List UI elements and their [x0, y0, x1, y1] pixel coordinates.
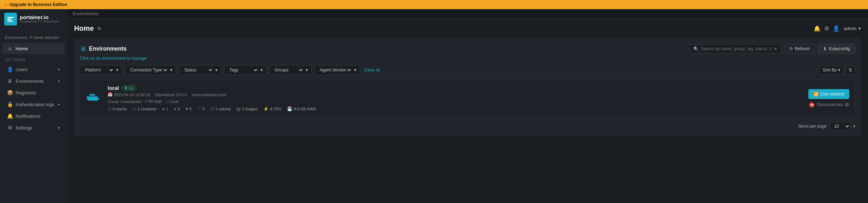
- volumes-stat: ⬡ 1 volume: [210, 106, 231, 111]
- env-settings-icon[interactable]: ⚙: [845, 102, 849, 108]
- volume-icon: ⬡: [210, 106, 214, 111]
- username: admin: [844, 26, 856, 31]
- svg-rect-8: [90, 94, 92, 96]
- refresh-icon: ↻: [789, 46, 793, 51]
- sidebar-nav: Environment: ⊙ None selected ⌂ Home Sett…: [0, 29, 67, 203]
- user-circle-icon[interactable]: 👤: [833, 25, 840, 32]
- pagination-row: Items per page 10 25 50 100 ▾: [80, 122, 855, 131]
- sidebar-item-label: Registries: [16, 90, 36, 95]
- platform-select[interactable]: Platform: [84, 67, 114, 73]
- chevron-down-icon: ▾: [261, 68, 263, 72]
- status-badge: Up: [122, 85, 137, 91]
- cpu-icon: ⚡: [263, 106, 269, 111]
- refresh-button[interactable]: ↻ Refresh: [784, 44, 815, 54]
- agent-select[interactable]: Agent Version: [318, 67, 352, 73]
- chevron-down-icon: ▾: [116, 68, 118, 72]
- stacks-stat: ⬡ 0 stacks: [108, 106, 127, 111]
- clear-search-icon[interactable]: ✕: [774, 46, 777, 51]
- sidebar-item-auth-logs[interactable]: 🔒 Authentication logs ▾: [2, 99, 65, 110]
- sidebar-item-label: Notifications: [16, 114, 41, 119]
- clear-all-button[interactable]: Clear all: [364, 68, 380, 72]
- sidebar-item-registries[interactable]: 📦 Registries: [2, 87, 65, 98]
- page-size-select[interactable]: 10 25 50 100: [830, 122, 850, 131]
- status-filter[interactable]: Status ▾: [179, 65, 221, 75]
- groups-select[interactable]: Groups: [273, 67, 304, 73]
- environments-panel: 🖥 Environments 🔍 ✕ ↻ Refresh: [74, 38, 861, 137]
- agent-filter[interactable]: Agent Version ▾: [315, 65, 360, 75]
- sort-by-button[interactable]: Sort By ▾: [819, 65, 844, 75]
- ram-icon: 💾: [287, 106, 292, 111]
- page-refresh-icon[interactable]: ↻: [97, 26, 102, 31]
- panel-subtitle[interactable]: Click on an environment to manage: [80, 56, 855, 61]
- containers-stat: ◻ 1 container: [132, 106, 156, 111]
- env-actions: 📶 Live connect ⛔ Disconnected ⚙: [808, 89, 849, 108]
- connection-select[interactable]: Connection Type: [129, 67, 168, 73]
- chevron-down-icon: ▾: [58, 103, 60, 106]
- kubeconfig-button[interactable]: ⬇ Kubeconfig: [818, 44, 855, 54]
- search-input[interactable]: [701, 46, 772, 51]
- cpu-stat: ⚡ 4 CPU: [263, 106, 281, 111]
- panel-title: Environments: [89, 46, 127, 52]
- user-menu[interactable]: admin ▾: [844, 26, 861, 31]
- page-title: Home: [74, 24, 94, 33]
- env-tags: Group: Unassigned ◇ No tags ⌂ Local: [108, 99, 803, 104]
- healthy-stat: ♥ 0: [185, 106, 191, 111]
- search-icon: 🔍: [693, 46, 699, 51]
- sidebar-logo: portainer.io Community Edition: [0, 9, 67, 29]
- env-icon: ⊙: [29, 35, 32, 40]
- unhealthy-stat: ♡ 0: [197, 106, 205, 111]
- header-icons: 🔔 ⚙ 👤: [814, 25, 840, 32]
- env-value: None selected: [34, 35, 59, 40]
- running-icon: ●: [162, 107, 165, 111]
- timestamp-info: 📅 2023-04-16 13:36:33: [108, 92, 150, 97]
- tags-select[interactable]: Tags: [228, 67, 258, 73]
- sidebar-item-home[interactable]: ⌂ Home: [2, 43, 65, 54]
- chevron-down-icon: ▾: [306, 68, 308, 72]
- images-stat: ▤ 2 images: [237, 106, 258, 111]
- sidebar-item-settings[interactable]: ⚙ Settings ▾: [2, 122, 65, 133]
- chevron-down-icon: ▾: [853, 124, 855, 129]
- chevron-down-icon: ▾: [838, 68, 840, 72]
- env-selector[interactable]: Environment: ⊙ None selected: [0, 32, 67, 42]
- svg-rect-6: [92, 96, 94, 98]
- gear-icon[interactable]: ⚙: [824, 25, 829, 32]
- sidebar-item-label: Environments: [16, 79, 43, 84]
- breadcrumb: Environments: [67, 9, 868, 19]
- status-select[interactable]: Status: [183, 67, 213, 73]
- upgrade-bar[interactable]: ● Upgrade to Business Edition: [0, 0, 868, 9]
- bell-icon[interactable]: 🔔: [814, 25, 821, 32]
- type-info: Standalone 23.0.3: [155, 93, 186, 97]
- panel-title-wrap: 🖥 Environments: [80, 45, 127, 53]
- chevron-down-icon: ▾: [354, 68, 356, 72]
- tags-filter[interactable]: Tags ▾: [224, 65, 267, 75]
- sidebar-item-notifications[interactable]: 🔔 Notifications: [2, 110, 65, 122]
- platform-filter[interactable]: Platform ▾: [80, 65, 122, 75]
- env-name-row: local Up: [108, 85, 803, 91]
- group-info: Group: Unassigned: [108, 99, 141, 104]
- sidebar-item-environments[interactable]: 🖥 Environments ▾: [2, 75, 65, 87]
- env-stats: ⬡ 0 stacks ◻ 1 container ● 1: [108, 106, 803, 111]
- tags-info: ◇ No tags: [145, 99, 162, 104]
- page-header: Home ↻ 🔔 ⚙ 👤 admin ▾: [74, 24, 861, 33]
- upgrade-label: Upgrade to Business Edition: [9, 2, 67, 7]
- ram-stat: 💾 8.6 GB RAM: [287, 106, 316, 111]
- upgrade-icon: ●: [4, 2, 7, 7]
- sort-icon: ⇅: [849, 68, 852, 72]
- users-icon: 👤: [7, 66, 13, 72]
- live-connect-button[interactable]: 📶 Live connect: [808, 89, 849, 99]
- main-content: Environments Home ↻ 🔔 ⚙ 👤 admin ▾: [67, 9, 868, 203]
- env-name: local: [108, 85, 119, 91]
- location-info: ⌂ Local: [166, 99, 178, 104]
- sort-direction-button[interactable]: ⇅: [845, 65, 855, 75]
- search-wrap: 🔍 ✕: [689, 44, 781, 53]
- sidebar-item-users[interactable]: 👤 Users ▾: [2, 64, 65, 75]
- sort-wrap: Sort By ▾ ⇅: [819, 65, 855, 75]
- connection-filter[interactable]: Connection Type ▾: [125, 65, 176, 75]
- groups-filter[interactable]: Groups ▾: [269, 65, 312, 75]
- image-icon: ▤: [237, 106, 240, 111]
- stacks-icon: ⬡: [108, 106, 111, 111]
- svg-rect-3: [7, 21, 13, 22]
- status-dot: [125, 87, 127, 89]
- disconnected-row: ⛔ Disconnected ⚙: [809, 102, 849, 108]
- notifications-icon: 🔔: [7, 113, 13, 119]
